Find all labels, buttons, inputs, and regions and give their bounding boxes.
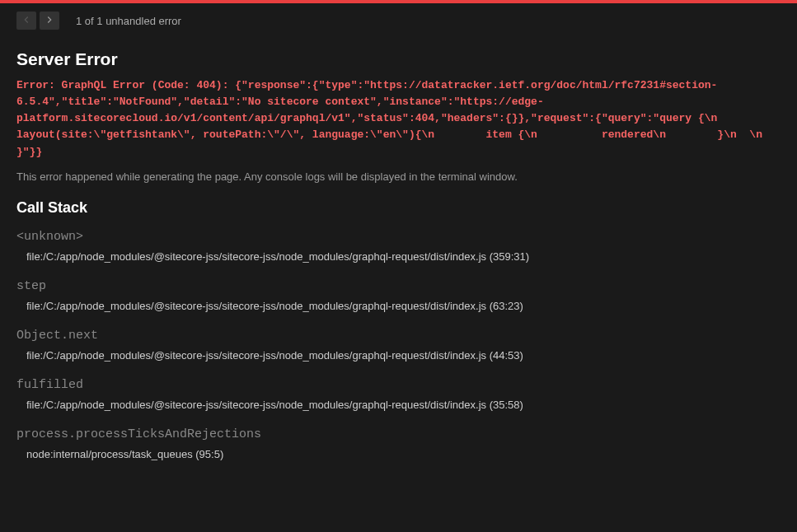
frame-name: process.processTicksAndRejections	[16, 427, 781, 441]
error-dialog: 1 of 1 unhandled error Server Error Erro…	[0, 0, 797, 532]
stack-frame: Object.nextfile:/C:/app/node_modules/@si…	[16, 329, 781, 362]
frame-name: <unknown>	[16, 230, 781, 244]
call-stack: <unknown>file:/C:/app/node_modules/@site…	[16, 230, 781, 460]
frame-name: fulfilled	[16, 378, 781, 392]
arrow-right-icon	[44, 14, 55, 28]
frame-location: file:/C:/app/node_modules/@sitecore-jss/…	[26, 300, 781, 312]
frame-location: file:/C:/app/node_modules/@sitecore-jss/…	[26, 399, 781, 411]
error-count: 1 of 1 unhandled error	[76, 15, 181, 27]
prev-error-button[interactable]	[16, 12, 36, 30]
stack-frame: fulfilledfile:/C:/app/node_modules/@site…	[16, 378, 781, 411]
frame-location: file:/C:/app/node_modules/@sitecore-jss/…	[26, 250, 781, 263]
stack-frame: <unknown>file:/C:/app/node_modules/@site…	[16, 230, 781, 263]
next-error-button[interactable]	[40, 12, 59, 30]
arrow-left-icon	[21, 14, 32, 28]
stack-frame: process.processTicksAndRejectionsnode:in…	[16, 427, 781, 460]
frame-location: node:internal/process/task_queues (95:5)	[26, 448, 781, 460]
error-note: This error happened while generating the…	[16, 170, 781, 183]
stack-frame: stepfile:/C:/app/node_modules/@sitecore-…	[16, 279, 781, 312]
callstack-title: Call Stack	[16, 199, 781, 217]
frame-name: Object.next	[16, 329, 781, 343]
error-title: Server Error	[16, 49, 781, 69]
nav-bar: 1 of 1 unhandled error	[0, 3, 797, 38]
frame-location: file:/C:/app/node_modules/@sitecore-jss/…	[26, 349, 781, 362]
error-content: Server Error Error: GraphQL Error (Code:…	[0, 38, 797, 532]
error-message: Error: GraphQL Error (Code: 404): {"resp…	[16, 77, 781, 161]
frame-name: step	[16, 279, 781, 293]
